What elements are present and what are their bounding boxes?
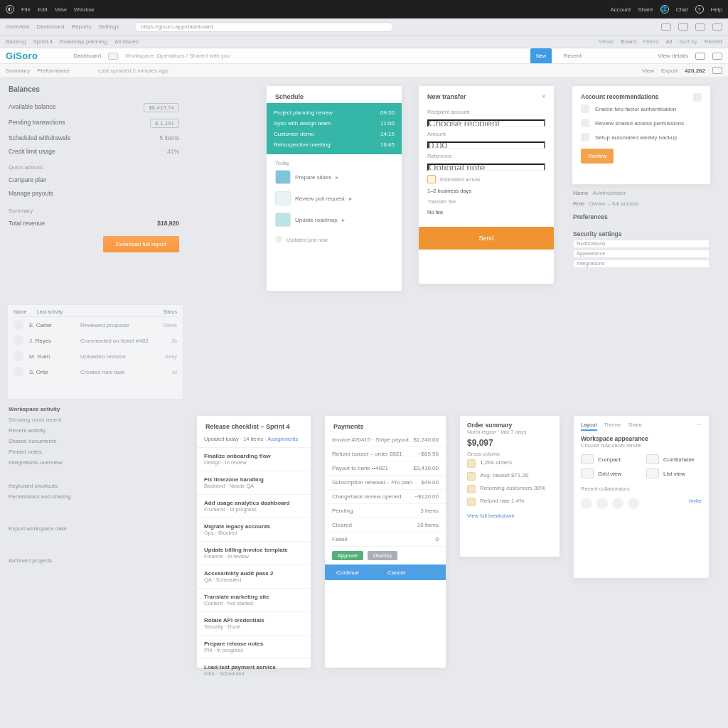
avatar[interactable] <box>596 498 608 509</box>
r5-0[interactable]: Summary <box>6 68 30 74</box>
tab-layout[interactable]: Layout <box>581 422 597 431</box>
checklist-item[interactable]: Add usage analytics dashboardFrontend · … <box>197 497 311 515</box>
brand-sub[interactable]: Dashboard <box>73 53 101 59</box>
avatar[interactable] <box>612 498 623 509</box>
review-button[interactable]: Review <box>581 149 614 164</box>
kv-2[interactable]: Scheduled withdrawals5 items <box>9 132 179 145</box>
globe-icon[interactable]: 🌐 <box>660 5 669 14</box>
r5-1[interactable]: Performance <box>37 68 70 74</box>
tab-theme[interactable]: Theme <box>604 422 621 431</box>
tab-0[interactable]: Overview <box>6 23 29 30</box>
checklist-item[interactable]: Finalize onboarding flowDesign · In revi… <box>197 450 311 469</box>
dismiss-tag[interactable]: Dismiss <box>368 551 397 560</box>
checklist-item[interactable]: Rotate API credentialsSecurity · Done <box>197 614 311 633</box>
brand-tab-next[interactable]: Recent <box>564 53 582 59</box>
col-h[interactable]: Status <box>163 309 177 314</box>
invite-link[interactable]: Invite <box>689 498 702 509</box>
assign-link[interactable]: Assignments <box>267 436 298 442</box>
payment-row[interactable]: Refund issued – order 8821−$89.50 <box>325 447 446 461</box>
activity-row[interactable]: E. CarterReviewed proposalOnline <box>14 317 177 333</box>
r3-2[interactable]: Roadmap planning <box>60 38 107 45</box>
activity-row[interactable]: J. ReyesCommented on ticket #4822h <box>14 333 177 348</box>
card-menu-icon[interactable]: ⋯ <box>696 422 702 431</box>
checklist-item[interactable]: Update billing invoice templateFinance ·… <box>197 544 311 562</box>
download-report-button[interactable]: Download full report <box>103 236 179 252</box>
teal-row[interactable]: Sync with design team11:00 <box>274 118 395 129</box>
continue-button[interactable]: Continue <box>336 569 359 576</box>
r3-1[interactable]: Sprint 4 <box>33 38 53 45</box>
pref-box[interactable]: Notifications <box>573 240 710 248</box>
rec-line[interactable]: Review shared access permissions <box>581 116 702 130</box>
payment-row[interactable]: Payout to bank ••4821$3,410.00 <box>325 461 446 476</box>
r3-3[interactable]: All issues <box>114 38 139 45</box>
r3-0[interactable]: Backlog <box>6 38 26 45</box>
r3-val-1[interactable]: All <box>665 38 672 45</box>
today-item[interactable]: Prepare slides▸ <box>275 166 393 188</box>
menu-view[interactable]: View <box>55 6 67 13</box>
cap[interactable]: Recent activity <box>9 425 179 436</box>
qa-0[interactable]: Compare plan <box>9 173 179 187</box>
cap[interactable]: Export workspace data <box>9 523 179 534</box>
cap[interactable]: Keyboard shortcuts <box>9 481 179 491</box>
r5-more-icon[interactable] <box>712 67 722 74</box>
today-item[interactable]: Update roadmap▸ <box>275 209 393 230</box>
pref-box[interactable]: Appearance <box>573 250 710 258</box>
checklist-item[interactable]: Load-test payment serviceInfra · Schedul… <box>197 661 311 680</box>
brand-right[interactable]: View details <box>658 53 688 59</box>
os-help[interactable]: Help <box>711 6 722 13</box>
activity-row[interactable]: S. OrtizCreated new task1d <box>14 364 177 380</box>
avatar[interactable] <box>581 498 592 509</box>
cap[interactable]: Shared documents <box>9 436 179 446</box>
tab-1[interactable]: Dashboard <box>36 23 64 30</box>
layout-opt[interactable]: List view <box>646 469 702 478</box>
menu-file[interactable]: File <box>21 6 31 13</box>
card-menu-icon[interactable] <box>693 93 702 102</box>
kv-3[interactable]: Credit limit usage41% <box>9 145 179 159</box>
kv-1[interactable]: Pending transactions$ 1,191 <box>9 116 179 132</box>
send-button[interactable]: Send <box>419 227 554 250</box>
avatar[interactable] <box>628 498 639 509</box>
brand-right-ic1[interactable] <box>695 53 705 60</box>
ext-2-icon[interactable] <box>678 23 688 31</box>
checklist-item[interactable]: Accessibility audit pass 2QA · Scheduled <box>197 567 311 586</box>
layout-opt[interactable]: Comfortable <box>646 454 702 464</box>
col-h[interactable]: Name <box>14 309 27 314</box>
checklist-item[interactable]: Fix timezone handlingBackend · Needs QA <box>197 473 311 492</box>
checklist-item[interactable]: Translate marketing siteContent · Not st… <box>197 591 311 609</box>
menu-edit[interactable]: Edit <box>38 6 48 13</box>
activity-row[interactable]: M. YuenUploaded revisionAway <box>14 348 177 364</box>
reference-input[interactable] <box>427 164 545 171</box>
amount-input[interactable] <box>427 141 545 149</box>
os-chat[interactable]: Chat <box>676 6 688 13</box>
rec-line[interactable]: Setup automated weekly backup <box>581 130 702 144</box>
cap[interactable]: Pinned notes <box>9 446 179 457</box>
ext-3-icon[interactable] <box>695 23 705 31</box>
browser-menu-icon[interactable] <box>712 23 722 31</box>
payment-row[interactable]: Chargeback review opened−$120.00 <box>325 490 446 504</box>
teal-row[interactable]: Project planning review09:30 <box>274 107 395 118</box>
brand-tab-active[interactable]: New <box>530 48 552 63</box>
layout-opt[interactable]: Compact <box>581 454 636 464</box>
recipient-input[interactable] <box>427 119 545 127</box>
r3-val-0[interactable]: Board <box>621 38 636 45</box>
r5-view[interactable]: View <box>642 68 654 74</box>
cancel-button[interactable]: Cancel <box>387 569 405 576</box>
teal-row[interactable]: Customer demo14:15 <box>274 129 395 139</box>
r3-val-2[interactable]: Recent <box>705 38 722 45</box>
layout-opt[interactable]: Grid view <box>581 469 636 478</box>
order-cta[interactable]: View full breakdown <box>467 513 552 519</box>
today-item[interactable]: Review pull request▸ <box>275 188 393 209</box>
tab-2[interactable]: Reports <box>71 23 91 30</box>
menu-window[interactable]: Window <box>74 6 94 13</box>
tab-3[interactable]: Settings <box>99 23 119 30</box>
payment-row[interactable]: Subscription renewal – Pro plan$49.00 <box>325 476 446 490</box>
os-share[interactable]: Share <box>638 6 653 13</box>
cap[interactable]: Archived projects <box>9 555 179 566</box>
payment-row[interactable]: Invoice #20415 · Stripe payout$1,240.00 <box>325 433 446 447</box>
brand-right-ic2[interactable] <box>712 53 722 60</box>
checklist-item[interactable]: Prepare release notesPM · In progress <box>197 638 311 656</box>
checklist-item[interactable]: Migrate legacy accountsOps · Blocked <box>197 520 311 539</box>
r5-export[interactable]: Export <box>661 68 678 74</box>
cap[interactable]: Integrations overview <box>9 457 179 468</box>
kv-0[interactable]: Available balance$8,415.74 <box>9 100 179 116</box>
